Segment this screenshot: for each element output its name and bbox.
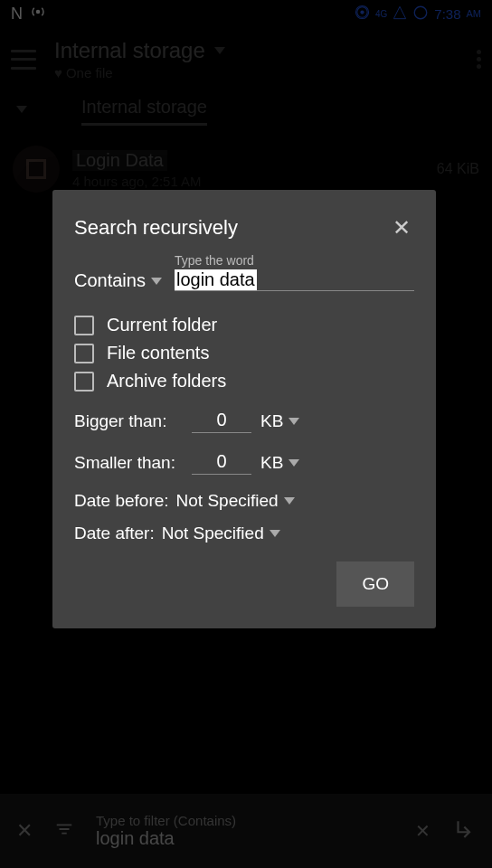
chevron-down-icon (151, 278, 162, 285)
checkbox-label: File contents (107, 343, 209, 363)
checkbox-icon (74, 344, 94, 363)
unit-text: KB (260, 453, 283, 473)
filter-input[interactable]: login data (96, 828, 393, 849)
checkbox-archive-folders[interactable]: Archive folders (74, 371, 414, 392)
smaller-unit-dropdown[interactable]: KB (260, 453, 299, 473)
checkbox-current-folder[interactable]: Current folder (74, 315, 414, 335)
date-before-dropdown[interactable]: Not Specified (176, 491, 295, 511)
subdirectory-icon[interactable] (452, 817, 476, 844)
bigger-than-input[interactable]: 0 (192, 410, 251, 433)
date-before-value: Not Specified (176, 491, 279, 511)
close-icon[interactable]: ✕ (389, 212, 414, 244)
date-after-dropdown[interactable]: Not Specified (162, 524, 280, 543)
date-after-label: Date after: (74, 524, 155, 543)
go-button[interactable]: GO (336, 561, 414, 607)
dialog-title: Search recursively (74, 216, 238, 240)
input-label: Type the word (175, 253, 254, 268)
bigger-than-label: Bigger than: (74, 411, 183, 431)
date-before-label: Date before: (74, 491, 169, 511)
chevron-down-icon (270, 530, 280, 537)
date-after-value: Not Specified (162, 524, 264, 543)
checkbox-label: Archive folders (107, 371, 226, 392)
filter-bar: ✕ Type to filter (Contains) login data ✕ (0, 794, 492, 868)
chevron-down-icon (289, 418, 299, 425)
filter-placeholder: Type to filter (Contains) (96, 813, 393, 828)
unit-text: KB (260, 411, 283, 431)
search-input[interactable]: login data (175, 269, 414, 291)
clear-icon[interactable]: ✕ (415, 820, 430, 842)
mode-dropdown[interactable]: Contains (74, 270, 162, 291)
search-dialog: Search recursively ✕ Contains Type the w… (52, 190, 436, 628)
bigger-unit-dropdown[interactable]: KB (260, 411, 299, 431)
smaller-than-input[interactable]: 0 (192, 451, 251, 475)
checkbox-file-contents[interactable]: File contents (74, 343, 414, 363)
filter-list-icon[interactable] (54, 819, 74, 843)
chevron-down-icon (284, 497, 295, 505)
checkbox-label: Current folder (107, 315, 217, 335)
chevron-down-icon (289, 459, 299, 467)
checkbox-icon (74, 316, 94, 335)
mode-label: Contains (74, 270, 146, 291)
checkbox-icon (74, 372, 94, 392)
smaller-than-label: Smaller than: (74, 453, 183, 473)
close-icon[interactable]: ✕ (16, 819, 33, 843)
search-input-value: login data (175, 269, 257, 290)
